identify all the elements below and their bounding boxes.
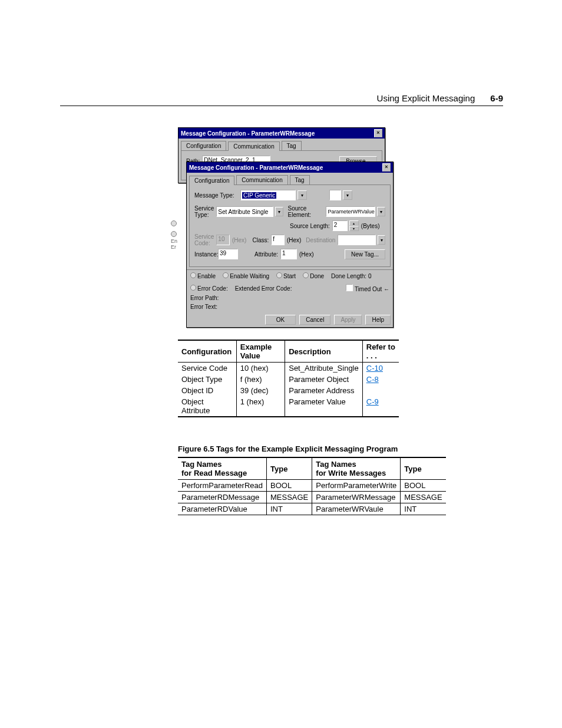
tab-communication[interactable]: Communication (228, 141, 279, 151)
srcelem-label: Source Element: (288, 205, 324, 218)
chevron-down-icon[interactable]: ▾ (377, 207, 385, 216)
instance-input[interactable]: 39 (218, 249, 238, 259)
status-enable-waiting: Enable Waiting (223, 272, 269, 279)
srclen-label: Source Length: (290, 223, 330, 229)
side-label-er: Er (171, 244, 178, 250)
error-text-label: Error Text: (190, 304, 217, 310)
link-c8[interactable]: C-8 (366, 375, 379, 384)
help-button[interactable]: Help (365, 315, 391, 325)
page-number: 6-9 (490, 93, 503, 103)
dialog-screenshot: Message Configuration - ParameterWRMessa… (178, 127, 396, 316)
attribute-input[interactable]: 1 (280, 249, 297, 259)
class-input[interactable]: f (271, 235, 285, 245)
hex-label: (Hex) (287, 237, 301, 243)
bytes-label: (Bytes) (361, 223, 380, 229)
side-led-group: En Er (171, 220, 178, 250)
chevron-down-icon[interactable]: ▾ (378, 235, 385, 245)
figure-caption: Figure 6.5 Tags for the Example Explicit… (178, 444, 399, 453)
th-type: Type (267, 457, 312, 480)
apply-button[interactable]: Apply (334, 315, 362, 325)
svccode-label: Service Code: (194, 233, 214, 246)
class-label: Class: (252, 237, 269, 243)
ok-button[interactable]: OK (265, 315, 296, 325)
status-enable: Enable (190, 272, 216, 279)
inner-dialog: Message Configuration - ParameterWRMessa… (186, 162, 394, 328)
spinner-down-icon[interactable]: ▾ (349, 226, 359, 231)
outer-title: Message Configuration - ParameterWRMessa… (181, 130, 315, 137)
configuration-table: Configuration Example Value Description … (178, 340, 399, 417)
th-example: Example Value (236, 340, 285, 363)
th-read-tags: Tag Namesfor Read Message (178, 457, 267, 480)
side-label-en: En (171, 238, 178, 244)
th-write-tags: Tag Namesfor Write Messages (312, 457, 401, 480)
cancel-button[interactable]: Cancel (299, 315, 330, 325)
svccode-input: 10 (216, 235, 230, 245)
newtag-button[interactable]: New Tag... (345, 249, 385, 259)
tab-communication[interactable]: Communication (236, 175, 287, 185)
link-c10[interactable]: C-10 (366, 364, 383, 373)
th-type: Type (401, 457, 446, 480)
srcelem-select[interactable]: ParameterWRValue (326, 206, 375, 217)
table-row: ParameterWRVauleINT (312, 503, 446, 515)
table-row: PerformParameterReadBOOL (178, 480, 312, 492)
done-length: Done Length: 0 (331, 273, 371, 279)
th-refer: Refer to . . . (362, 340, 399, 363)
ext-error-label: Extended Error Code: (235, 285, 292, 292)
page-header: Using Explicit Messaging 6-9 (60, 93, 503, 106)
th-description: Description (285, 340, 363, 363)
chevron-down-icon[interactable]: ▾ (297, 190, 307, 200)
tags-table: Tag Namesfor Read Message Type PerformPa… (178, 457, 399, 515)
dest-select[interactable] (338, 235, 376, 245)
status-start: Start (276, 272, 296, 279)
chevron-down-icon[interactable]: ▾ (275, 207, 283, 216)
table-row: PerformParameterWriteBOOL (312, 480, 446, 492)
close-icon[interactable]: × (382, 163, 391, 172)
aux-select[interactable] (329, 190, 341, 200)
instance-label: Instance: (194, 251, 216, 258)
dest-label: Destination (306, 237, 335, 243)
status-error-code: Error Code: (190, 285, 228, 292)
tab-tag[interactable]: Tag (282, 141, 302, 150)
close-icon[interactable]: × (374, 129, 382, 137)
table-row: ParameterRDMessageMESSAGE (178, 492, 312, 503)
svctype-select[interactable]: Set Attribute Single (216, 206, 273, 217)
inner-title: Message Configuration - ParameterWRMessa… (189, 164, 323, 171)
hex-label: (Hex) (232, 237, 246, 243)
attribute-label: Attribute: (254, 251, 278, 258)
srclen-input[interactable]: 2 (332, 220, 348, 231)
timedout-checkbox[interactable]: Timed Out ← (346, 284, 389, 292)
inner-titlebar: Message Configuration - ParameterWRMessa… (187, 162, 393, 173)
table-row: Object Attribute1 (hex)Parameter Value C… (178, 396, 399, 417)
th-configuration: Configuration (178, 340, 236, 363)
msgtype-label: Message Type: (194, 192, 238, 199)
tab-configuration[interactable]: Configuration (189, 176, 234, 185)
error-path-label: Error Path: (190, 295, 219, 301)
header-title: Using Explicit Messaging (377, 93, 475, 103)
spinner-up-icon[interactable]: ▴ (349, 220, 359, 226)
chevron-down-icon[interactable]: ▾ (343, 190, 352, 200)
svctype-label: Service Type: (194, 205, 214, 218)
msgtype-select[interactable]: CIP Generic (240, 190, 296, 200)
tab-configuration[interactable]: Configuration (181, 141, 226, 150)
table-row: ParameterWRMessageMESSAGE (312, 492, 446, 503)
table-row: Service Code10 (hex)Set_Attribute_Single… (178, 363, 399, 374)
status-done: Done (303, 272, 324, 279)
table-row: Object ID39 (dec)Parameter Address (178, 385, 399, 396)
table-row: ParameterRDValueINT (178, 503, 312, 515)
link-c9[interactable]: C-9 (366, 397, 379, 406)
table-row: Object Typef (hex)Parameter Object C-8 (178, 374, 399, 385)
outer-titlebar: Message Configuration - ParameterWRMessa… (178, 128, 385, 139)
hex-label: (Hex) (299, 251, 313, 258)
tab-tag[interactable]: Tag (290, 175, 310, 185)
